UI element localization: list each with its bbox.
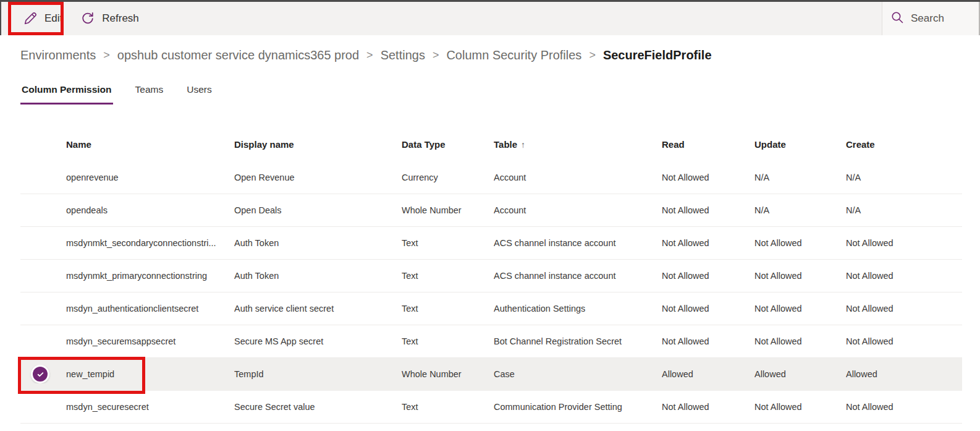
cell-table: Case [494, 369, 662, 379]
cell-update: Not Allowed [754, 402, 846, 412]
cell-display-name: Secure MS App secret [234, 336, 402, 346]
cell-read: Not Allowed [662, 402, 754, 412]
header-create[interactable]: Create [846, 139, 962, 150]
cell-update: N/A [754, 173, 846, 182]
cell-read: Allowed [662, 369, 754, 379]
chevron-right-icon: > [366, 49, 373, 62]
header-name[interactable]: Name [66, 139, 234, 150]
breadcrumb-environments[interactable]: Environments [20, 48, 96, 62]
header-display-name[interactable]: Display name [234, 139, 402, 150]
cell-display-name: Auth service client secret [234, 304, 402, 314]
cell-data-type: Whole Number [402, 205, 494, 215]
cell-display-name: Secure Secret value [234, 402, 402, 412]
header-table[interactable]: Table↑ [494, 139, 662, 150]
table-row[interactable]: openrevenue Open Revenue Currency Accoun… [20, 161, 962, 194]
cell-table: Account [494, 173, 662, 182]
table-header-row: Name Display name Data Type Table↑ Read … [20, 127, 962, 161]
tab-column-permission[interactable]: Column Permission [20, 80, 113, 105]
cell-display-name: Auth Token [234, 238, 402, 248]
cell-name: msdynmkt_secondaryconnectionstri... [66, 238, 234, 248]
search-button[interactable]: Search [882, 2, 980, 35]
column-permission-table: Name Display name Data Type Table↑ Read … [20, 127, 962, 424]
cell-name: openrevenue [66, 173, 234, 182]
cell-create: Not Allowed [846, 336, 962, 346]
cell-table: Authentication Settings [494, 304, 662, 314]
cell-name: msdyn_authenticationclientsecret [66, 304, 234, 314]
refresh-button[interactable]: Refresh [71, 2, 148, 35]
cell-read: Not Allowed [662, 336, 754, 346]
breadcrumb-column-security-profiles[interactable]: Column Security Profiles [446, 48, 581, 62]
refresh-button-label: Refresh [102, 12, 139, 25]
cell-table: ACS channel instance account [494, 238, 662, 248]
cell-read: Not Allowed [662, 173, 754, 182]
breadcrumb-current-page: SecureFieldProfile [603, 48, 712, 62]
command-bar: Edit Refresh Search [0, 0, 980, 35]
row-selected-checkbox[interactable] [31, 365, 49, 383]
cell-update: Not Allowed [754, 238, 846, 248]
sort-ascending-icon: ↑ [521, 140, 525, 150]
chevron-right-icon: > [589, 49, 596, 62]
table-row[interactable]: msdyn_securesecret Secure Secret value T… [20, 391, 962, 424]
cell-read: Not Allowed [662, 271, 754, 281]
cell-name: msdynmkt_primaryconnectionstring [66, 271, 234, 281]
table-row-selected[interactable]: new_tempid TempId Whole Number Case Allo… [20, 358, 962, 391]
header-read[interactable]: Read [662, 139, 754, 150]
table-row[interactable]: msdyn_securemsappsecret Secure MS App se… [20, 325, 962, 358]
cell-table: Account [494, 205, 662, 215]
cell-name: msdyn_securesecret [66, 402, 234, 412]
cell-data-type: Text [402, 304, 494, 314]
chevron-right-icon: > [103, 49, 110, 62]
tab-users[interactable]: Users [185, 80, 213, 105]
cell-update: Not Allowed [754, 271, 846, 281]
cell-table: Bot Channel Registration Secret [494, 336, 662, 346]
table-row[interactable]: msdyn_authenticationclientsecret Auth se… [20, 292, 962, 325]
cell-create: Allowed [846, 369, 962, 379]
checkmark-icon [33, 367, 48, 382]
cell-read: Not Allowed [662, 238, 754, 248]
cell-name: new_tempid [66, 369, 234, 379]
cell-table: ACS channel instance account [494, 271, 662, 281]
header-data-type[interactable]: Data Type [402, 139, 494, 150]
cell-update: Not Allowed [754, 336, 846, 346]
cell-name: opendeals [66, 205, 234, 215]
cell-create: Not Allowed [846, 304, 962, 314]
tab-bar: Column Permission Teams Users [20, 80, 213, 105]
cell-update: Not Allowed [754, 304, 846, 314]
cell-create: Not Allowed [846, 238, 962, 248]
pencil-icon [22, 11, 38, 27]
cell-update: N/A [754, 205, 846, 215]
cell-read: Not Allowed [662, 304, 754, 314]
cell-create: Not Allowed [846, 402, 962, 412]
cell-data-type: Text [402, 238, 494, 248]
breadcrumb: Environments > opshub customer service d… [20, 48, 968, 62]
breadcrumb-environment-name[interactable]: opshub customer service dynamics365 prod [117, 48, 359, 62]
cell-data-type: Text [402, 402, 494, 412]
cell-table: Communication Provider Setting [494, 402, 662, 412]
tab-teams[interactable]: Teams [134, 80, 165, 105]
cell-name: msdyn_securemsappsecret [66, 336, 234, 346]
cell-read: Not Allowed [662, 205, 754, 215]
row-select-cell [20, 365, 66, 383]
breadcrumb-settings[interactable]: Settings [381, 48, 425, 62]
edit-button-label: Edit [44, 12, 62, 25]
cell-data-type: Whole Number [402, 369, 494, 379]
table-row[interactable]: msdynmkt_primaryconnectionstring Auth To… [20, 260, 962, 292]
cell-display-name: Open Revenue [234, 173, 402, 182]
refresh-icon [80, 11, 96, 27]
chevron-right-icon: > [433, 49, 439, 62]
edit-button[interactable]: Edit [14, 2, 71, 35]
cell-data-type: Currency [402, 173, 494, 182]
search-icon [890, 10, 905, 28]
cell-data-type: Text [402, 336, 494, 346]
cell-data-type: Text [402, 271, 494, 281]
cell-display-name: Open Deals [234, 205, 402, 215]
cell-create: Not Allowed [846, 271, 962, 281]
cell-create: N/A [846, 205, 962, 215]
table-row[interactable]: msdynmkt_secondaryconnectionstri... Auth… [20, 227, 962, 260]
cell-display-name: TempId [234, 369, 402, 379]
cell-display-name: Auth Token [234, 271, 402, 281]
table-row[interactable]: opendeals Open Deals Whole Number Accoun… [20, 194, 962, 227]
cell-create: N/A [846, 173, 962, 182]
search-label: Search [911, 12, 944, 25]
header-update[interactable]: Update [754, 139, 846, 150]
